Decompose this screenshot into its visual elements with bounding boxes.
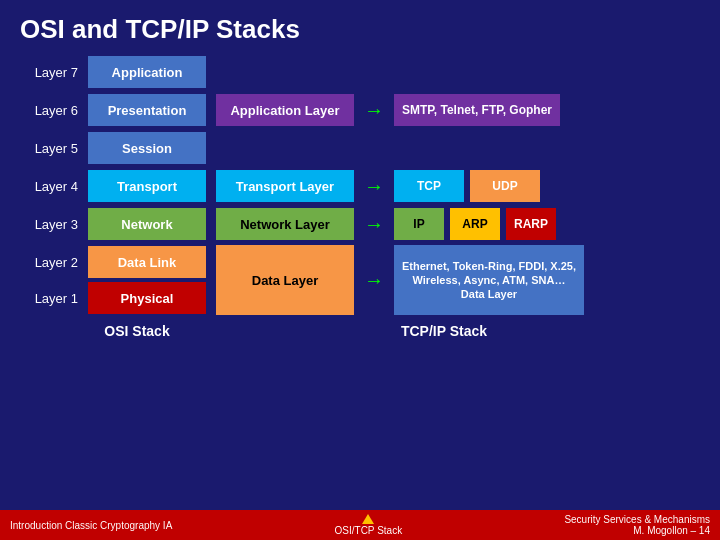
layer4-osi-box: Transport: [88, 170, 206, 202]
arrow-data: →: [364, 270, 384, 290]
footer-center: OSI/TCP Stack: [335, 514, 403, 536]
layer5-label: Layer 5: [16, 141, 78, 156]
layer5-row: Layer 5 Session: [16, 131, 704, 165]
tcp-udp-boxes: TCP UDP: [394, 170, 540, 202]
tcpip-stack-label: TCP/IP Stack: [344, 323, 544, 339]
layer1-label: Layer 1: [16, 291, 78, 306]
smtp-box: SMTP, Telnet, FTP, Gopher: [394, 94, 560, 126]
layer3-label: Layer 3: [16, 217, 78, 232]
layer7-row: Layer 7 Application: [16, 55, 704, 89]
footer-left: Introduction Classic Cryptography IA: [10, 520, 172, 531]
main-content: Layer 7 Application Layer 6 Presentation…: [0, 51, 720, 315]
data-physical-row: Layer 2 Data Link Layer 1 Physical Data …: [16, 245, 704, 315]
data-layer-box: Data Layer: [216, 245, 354, 315]
udp-box: UDP: [470, 170, 540, 202]
layer1-osi-box: Physical: [88, 282, 206, 314]
network-layer-box: Network Layer: [216, 208, 354, 240]
arrow-network: →: [364, 214, 384, 234]
footer-right-sub: M. Mogollon – 14: [564, 525, 710, 536]
arrow-transport: →: [364, 176, 384, 196]
layer4-row: Layer 4 Transport Transport Layer → TCP …: [16, 169, 704, 203]
rarp-box: RARP: [506, 208, 556, 240]
layer3-row: Layer 3 Network Network Layer → IP ARP R…: [16, 207, 704, 241]
transport-layer-box: Transport Layer: [216, 170, 354, 202]
ethernet-box: Ethernet, Token-Ring, FDDI, X.25, Wirele…: [394, 245, 584, 315]
layer3-osi-box: Network: [88, 208, 206, 240]
layer5-osi-box: Session: [88, 132, 206, 164]
page-title: OSI and TCP/IP Stacks: [0, 0, 720, 51]
footer-center-label: OSI/TCP Stack: [335, 525, 403, 536]
footer-right: Security Services & Mechanisms M. Mogoll…: [564, 514, 710, 536]
layer2-osi-box: Data Link: [88, 246, 206, 278]
ip-box: IP: [394, 208, 444, 240]
layer4-label: Layer 4: [16, 179, 78, 194]
layer6-label: Layer 6: [16, 103, 78, 118]
arp-box: ARP: [450, 208, 500, 240]
layer6-row: Layer 6 Presentation Application Layer →…: [16, 93, 704, 127]
ip-arp-rarp-boxes: IP ARP RARP: [394, 208, 556, 240]
layer2-stacked: Layer 2 Data Link: [16, 246, 206, 278]
arrow-app: →: [364, 100, 384, 120]
layer2-label: Layer 2: [16, 255, 78, 270]
stack-labels-row: OSI Stack TCP/IP Stack: [0, 315, 720, 339]
app-layer-box: Application Layer: [216, 94, 354, 126]
triangle-icon: [362, 514, 374, 524]
footer-bar: Introduction Classic Cryptography IA OSI…: [0, 510, 720, 540]
layer6-osi-box: Presentation: [88, 94, 206, 126]
layer7-label: Layer 7: [16, 65, 78, 80]
tcp-box: TCP: [394, 170, 464, 202]
layer1-stacked: Layer 1 Physical: [16, 282, 206, 314]
stacked-osi-left: Layer 2 Data Link Layer 1 Physical: [16, 246, 206, 314]
osi-stack-label: OSI Stack: [78, 323, 196, 339]
layer7-osi-box: Application: [88, 56, 206, 88]
footer-right-top: Security Services & Mechanisms: [564, 514, 710, 525]
